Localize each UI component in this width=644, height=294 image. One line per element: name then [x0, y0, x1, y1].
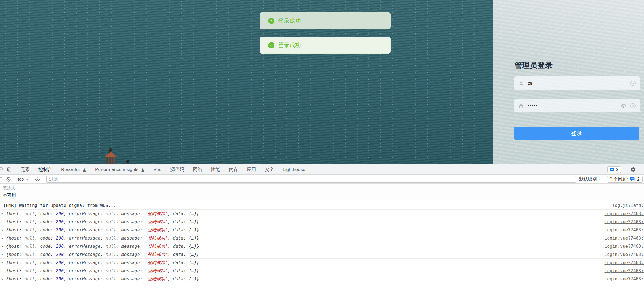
expand-triangle-icon[interactable]: ▶ — [2, 267, 3, 275]
password-masked-value: ••••• — [528, 103, 621, 108]
tab-security[interactable]: 安全 — [260, 164, 278, 174]
console-object-row: ▶{host: null, code: 200, errorMessage: n… — [0, 226, 644, 234]
tab-application[interactable]: 应用 — [242, 164, 260, 174]
issues-count: 2 — [637, 177, 640, 182]
toast-message: 登录成功 — [278, 17, 301, 24]
expand-triangle-icon[interactable]: ▶ — [2, 234, 3, 242]
clear-console-icon[interactable] — [4, 176, 13, 183]
circle-check-icon — [630, 81, 636, 86]
tab-label: 安全 — [265, 166, 274, 173]
console-object-row: ▶{host: null, code: 200, errorMessage: n… — [0, 210, 644, 218]
console-message-text: [HMR] Waiting for update signal from WDS… — [3, 201, 116, 210]
create-live-expression-eye-icon[interactable] — [33, 176, 42, 183]
console-object-row: ▶{host: null, code: 200, errorMessage: n… — [0, 267, 644, 275]
experiment-flask-icon — [82, 167, 86, 172]
console-object-row: ▶{host: null, code: 200, errorMessage: n… — [0, 218, 644, 226]
source-link[interactable]: Login.vue?7463: — [605, 218, 644, 226]
tab-label: 内存 — [229, 166, 238, 173]
username-field[interactable]: zs — [514, 76, 640, 90]
source-link[interactable]: Login.vue?7463: — [605, 226, 644, 234]
success-toast-2: 登录成功 — [260, 37, 391, 54]
devtools-settings-gear-icon[interactable] — [629, 166, 637, 173]
tab-label: 性能 — [211, 166, 220, 173]
object-preview: {host: null, code: 200, errorMessage: nu… — [6, 259, 199, 267]
login-submit-button[interactable]: 登录 — [514, 127, 639, 140]
tab-label: 网络 — [193, 166, 202, 173]
object-preview: {host: null, code: 200, errorMessage: nu… — [6, 242, 199, 250]
success-check-icon — [268, 42, 274, 48]
source-link[interactable]: Login.vue?7463: — [605, 250, 644, 259]
source-link[interactable]: Login.vue?7463: — [605, 234, 644, 242]
tab-lighthouse[interactable]: Lighthouse — [278, 164, 310, 174]
expand-triangle-icon[interactable]: ▶ — [2, 218, 3, 226]
chevron-down-icon: ▼ — [599, 178, 601, 181]
object-preview: {host: null, code: 200, errorMessage: nu… — [6, 234, 199, 242]
issues-bubble-icon — [630, 177, 635, 182]
tab-network[interactable]: 网络 — [188, 164, 206, 174]
object-preview: {host: null, code: 200, errorMessage: nu… — [6, 226, 199, 234]
issues-count: 2 — [616, 167, 618, 172]
console-toolbar: top ▼ 过滤 默认级别 ▼ 2 个问题: — [0, 175, 644, 184]
console-object-row: ▶{host: null, code: 200, errorMessage: n… — [0, 242, 644, 250]
console-filter-input[interactable]: 过滤 — [46, 176, 576, 183]
console-object-row: ▶{host: null, code: 200, errorMessage: n… — [0, 234, 644, 242]
tab-vue[interactable]: Vue — [149, 164, 166, 174]
source-link[interactable]: Login.vue?7463: — [605, 242, 644, 250]
issues-counter-chip[interactable]: 2 个问题: 2 — [607, 176, 643, 183]
web-page: 登录成功 登录成功 管理员登录 zs — [0, 0, 644, 164]
tab-memory[interactable]: 内存 — [224, 164, 242, 174]
tab-recorder[interactable]: Recorder — [57, 164, 91, 174]
expand-triangle-icon[interactable]: ▶ — [2, 210, 3, 218]
object-preview: {host: null, code: 200, errorMessage: nu… — [6, 250, 199, 259]
device-toolbar-icon[interactable] — [5, 166, 14, 173]
source-link[interactable]: Login.vue?7463: — [605, 267, 644, 275]
object-preview: {host: null, code: 200, errorMessage: nu… — [6, 275, 199, 283]
console-object-row: ▶{host: null, code: 200, errorMessage: n… — [0, 275, 644, 283]
log-levels-dropdown[interactable]: 默认级别 ▼ — [576, 176, 605, 182]
object-preview: {host: null, code: 200, errorMessage: nu… — [6, 210, 199, 218]
success-toast-1: 登录成功 — [260, 12, 391, 29]
tab-performance-insights[interactable]: Performance insights — [91, 164, 149, 174]
expand-triangle-icon[interactable]: ▶ — [2, 250, 3, 259]
tab-elements[interactable]: 元素 — [16, 164, 34, 174]
expand-triangle-icon[interactable]: ▶ — [2, 259, 3, 267]
tab-label: Performance insights — [95, 167, 139, 172]
source-link[interactable]: log.js?1afd: — [612, 201, 644, 210]
circle-check-icon — [630, 103, 636, 109]
inspect-element-icon[interactable] — [0, 166, 5, 173]
console-sidebar-icon[interactable] — [0, 176, 4, 183]
javascript-context-selector[interactable]: top ▼ — [15, 177, 31, 182]
tab-label: 元素 — [20, 166, 30, 173]
expand-triangle-icon[interactable]: ▶ — [2, 226, 3, 234]
issues-bubble-icon — [610, 167, 615, 172]
tab-label: 源代码 — [170, 166, 184, 173]
tab-label: Vue — [154, 167, 162, 172]
tab-console[interactable]: 控制台 — [34, 164, 57, 174]
login-form-title: 管理员登录 — [515, 60, 553, 70]
live-expression-area[interactable]: 表达式 不可用 — [0, 184, 644, 201]
devtools-tabbar: 元素控制台RecorderPerformance insightsVue源代码网… — [0, 164, 644, 175]
ocean-background-image — [0, 0, 493, 164]
toast-message: 登录成功 — [278, 41, 301, 49]
tab-label: Lighthouse — [283, 167, 305, 172]
issues-counter-chip[interactable]: 2 — [607, 166, 621, 173]
expand-triangle-icon[interactable]: ▶ — [2, 242, 3, 250]
source-link[interactable]: Login.vue?7463: — [605, 210, 644, 218]
chevron-down-icon: ▼ — [26, 178, 28, 181]
lighthouse-image — [104, 149, 117, 164]
devtools-panel: 元素控制台RecorderPerformance insightsVue源代码网… — [0, 164, 644, 294]
source-link[interactable]: Login.vue?7463: — [605, 275, 644, 283]
tab-sources[interactable]: 源代码 — [166, 164, 188, 174]
tab-performance[interactable]: 性能 — [206, 164, 224, 174]
source-link[interactable]: Login.vue?7463: — [605, 259, 644, 267]
lock-icon — [518, 103, 524, 108]
console-log-rows: [HMR] Waiting for update signal from WDS… — [0, 201, 644, 283]
console-object-row: ▶{host: null, code: 200, errorMessage: n… — [0, 259, 644, 267]
password-field[interactable]: ••••• — [514, 99, 640, 112]
console-hmr-row: [HMR] Waiting for update signal from WDS… — [0, 201, 644, 210]
object-preview: {host: null, code: 200, errorMessage: nu… — [6, 267, 199, 275]
username-value: zs — [528, 81, 630, 86]
show-password-eye-icon[interactable] — [621, 103, 626, 109]
expand-triangle-icon[interactable]: ▶ — [2, 275, 3, 283]
object-preview: {host: null, code: 200, errorMessage: nu… — [6, 218, 199, 226]
